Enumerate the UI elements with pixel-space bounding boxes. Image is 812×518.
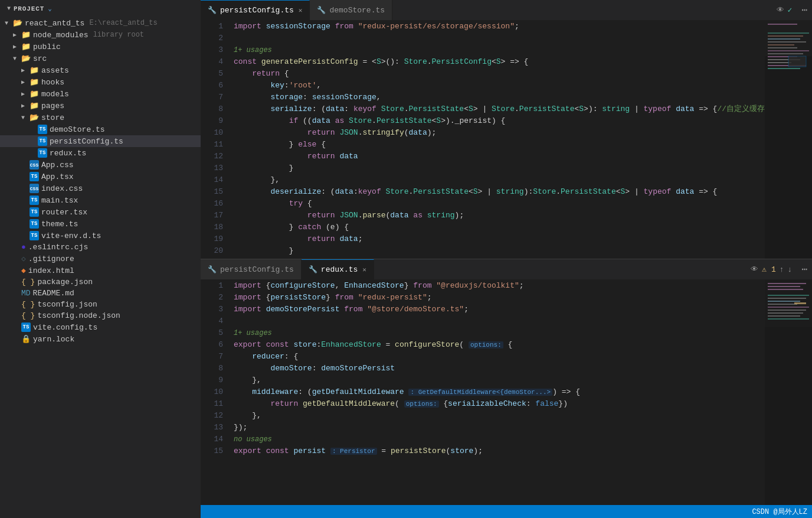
item-label: .eslintrc.cjs — [28, 243, 88, 252]
item-label: App.tsx — [41, 172, 74, 181]
code-line: return JSON.parse(data as string); — [234, 210, 765, 221]
lock-icon: 🔒 — [21, 334, 31, 344]
code-line: export const store:EnhancedStore = confi… — [234, 339, 765, 351]
sidebar-item-yarn_lock[interactable]: 🔒 yarn.lock — [0, 333, 201, 345]
sidebar-title[interactable]: ▼ Project ⌄ — [0, 0, 201, 17]
tree-item-inner: TS vite.config.ts — [0, 322, 201, 333]
tree-item-inner: ▼ 📂 store — [0, 112, 201, 123]
line-number: 7 — [201, 92, 223, 103]
sidebar-chevron: ▼ — [7, 5, 11, 12]
line-number: 14 — [201, 174, 223, 186]
code-line: serialize: (data: keyof Store.PersistSta… — [234, 103, 765, 115]
item-label: README.md — [33, 289, 74, 298]
bottom-action-eye[interactable]: 👁 — [751, 265, 758, 274]
line-number: 9 — [201, 115, 223, 127]
ts-icon: TS — [30, 207, 39, 217]
item-label: main.tsx — [41, 196, 78, 205]
folder-icon: 📁 — [21, 42, 31, 51]
tab-close-persist[interactable]: ✕ — [299, 6, 303, 14]
bottom-action-warn[interactable]: ⚠ 1 — [762, 265, 775, 274]
line-number: 11 — [201, 398, 223, 410]
top-line-numbers: 1234567891011121314151617181920212223242… — [201, 21, 229, 259]
folder-icon: 📁 — [21, 30, 31, 40]
tab-persist-config-top[interactable]: 🔧 persistConfig.ts ✕ — [201, 0, 310, 20]
sidebar-item-redux_ts[interactable]: TS redux.ts — [0, 147, 201, 159]
svg-rect-15 — [788, 56, 806, 67]
top-action-eye[interactable]: 👁 — [777, 6, 784, 15]
item-sublabel: E:\react_antd_ts — [89, 19, 157, 27]
svg-rect-31 — [765, 280, 812, 327]
tree-item-inner: ▶ 📁 models — [0, 89, 201, 99]
sidebar-item-persistConfig_ts[interactable]: TS persistConfig.ts — [0, 135, 201, 147]
bottom-code-editor[interactable]: 123456789101112131415 import {configureS… — [201, 280, 812, 505]
line-number: 2 — [201, 292, 223, 304]
bottom-action-up[interactable]: ↑ — [780, 265, 784, 274]
code-line: return JSON.stringify(data); — [234, 127, 765, 139]
tab-persist-bottom[interactable]: 🔧 persistConfig.ts — [201, 259, 302, 279]
sidebar-item-pages[interactable]: ▶ 📁 pages — [0, 100, 201, 112]
chevron-icon: ▼ — [11, 56, 19, 62]
sidebar-item-index_css[interactable]: CSS index.css — [0, 183, 201, 194]
sidebar-item-hooks[interactable]: ▶ 📁 hooks — [0, 76, 201, 88]
line-number: 5 — [201, 327, 223, 339]
sidebar-item-router_tsx[interactable]: TS router.tsx — [0, 206, 201, 218]
sidebar-item-theme_ts[interactable]: TS theme.ts — [0, 218, 201, 230]
top-code-editor[interactable]: 1234567891011121314151617181920212223242… — [201, 21, 812, 259]
sidebar-item-package_json[interactable]: { } package.json — [0, 276, 201, 288]
sidebar-item-react_antd_ts[interactable]: ▼ 📂 react_antd_ts E:\react_antd_ts — [0, 17, 201, 29]
code-line: no usages — [234, 434, 765, 445]
code-line: demoStore: demoStorePersist — [234, 363, 765, 374]
sidebar-item-node_modules[interactable]: ▶ 📁 node_modules library root — [0, 29, 201, 41]
sidebar-item-main_tsx[interactable]: TS main.tsx — [0, 194, 201, 206]
top-tab-bar: 🔧 persistConfig.ts ✕ 🔧 demoStore.ts 👁 ✓ … — [201, 0, 812, 21]
code-line: }, — [234, 410, 765, 422]
tab-redux-bottom[interactable]: 🔧 redux.ts ✕ — [302, 259, 374, 279]
sidebar-item-models[interactable]: ▶ 📁 models — [0, 88, 201, 100]
code-line: return data; — [234, 233, 765, 245]
sidebar-item-App_css[interactable]: CSS App.css — [0, 159, 201, 171]
sidebar-item-readme_md[interactable]: MD README.md — [0, 288, 201, 299]
bottom-code-content[interactable]: import {configureStore, EnhancedStore} f… — [229, 280, 765, 505]
sidebar-item-gitignore[interactable]: ◇ .gitignore — [0, 253, 201, 265]
sidebar-item-index_html[interactable]: ◆ index.html — [0, 265, 201, 276]
bottom-line-numbers: 123456789101112131415 — [201, 280, 229, 505]
top-editor-actions: 👁 ✓ — [772, 5, 797, 15]
item-label: vite-env.d.ts — [41, 232, 101, 240]
top-tab-more[interactable]: ⋯ — [797, 4, 812, 16]
line-number: 16 — [201, 198, 223, 210]
sidebar-item-public[interactable]: ▶ 📁 public — [0, 41, 201, 53]
code-line: if ((data as Store.PersistState<S>)._per… — [234, 115, 765, 127]
bottom-action-down[interactable]: ↓ — [788, 265, 793, 274]
sidebar-item-src[interactable]: ▼ 📂 src — [0, 53, 201, 64]
sidebar-item-store[interactable]: ▼ 📂 store — [0, 112, 201, 123]
sidebar-item-eslintrc_cjs[interactable]: ● .eslintrc.cjs — [0, 242, 201, 253]
line-number: 5 — [201, 68, 223, 80]
code-line: } — [234, 162, 765, 174]
top-code-content[interactable]: import sessionStorage from "redux-persis… — [229, 21, 765, 259]
md-icon: MD — [21, 289, 31, 298]
tab-close-redux[interactable]: ✕ — [362, 266, 366, 273]
sidebar-item-assets[interactable]: ▶ 📁 assets — [0, 64, 201, 76]
sidebar-item-App_tsx[interactable]: TS App.tsx — [0, 171, 201, 183]
sidebar-item-vite_env_d_ts[interactable]: TS vite-env.d.ts — [0, 230, 201, 242]
sidebar-item-tsconfig_json[interactable]: { } tsconfig.json — [0, 299, 201, 310]
folder-icon: 📂 — [13, 18, 22, 28]
bottom-tab-more[interactable]: ⋯ — [797, 263, 812, 275]
tree-item-inner: CSS App.css — [0, 159, 201, 170]
tree-item-inner: ● .eslintrc.cjs — [0, 242, 201, 252]
tab-demo-store-top[interactable]: 🔧 demoStore.ts — [310, 0, 392, 20]
item-label: App.css — [41, 161, 74, 170]
tab-label-demo: demoStore.ts — [329, 6, 385, 15]
sidebar-item-demoStore_ts[interactable]: TS demoStore.ts — [0, 123, 201, 135]
top-action-check[interactable]: ✓ — [788, 5, 793, 15]
sidebar-item-vite_config_ts[interactable]: TS vite.config.ts — [0, 321, 201, 333]
code-line: import {configureStore, EnhancedStore} f… — [234, 280, 765, 292]
line-number: 4 — [201, 315, 223, 327]
sidebar-item-tsconfig_node_json[interactable]: { } tsconfig.node.json — [0, 310, 201, 321]
tab-icon-persist-b: 🔧 — [208, 265, 217, 274]
line-number: 1 — [201, 21, 223, 32]
folder-icon: 📁 — [30, 101, 39, 110]
editor-area: 🔧 persistConfig.ts ✕ 🔧 demoStore.ts 👁 ✓ … — [201, 0, 812, 518]
folder-icon: 📁 — [30, 77, 39, 87]
tree-item-inner: TS demoStore.ts — [0, 124, 201, 135]
